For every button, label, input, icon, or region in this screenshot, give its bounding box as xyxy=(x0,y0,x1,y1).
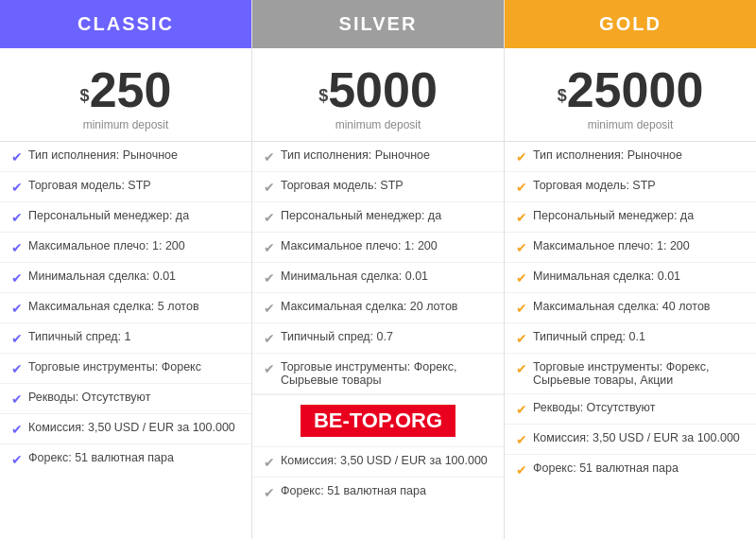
silver-price: $5000 minimum deposit xyxy=(252,48,504,142)
feature-text: Форекс: 51 валютная пара xyxy=(533,461,679,475)
feature-row: ✔Максимальное плечо: 1: 200 xyxy=(252,233,504,263)
check-icon: ✔ xyxy=(264,301,275,316)
feature-text: Форекс: 51 валютная пара xyxy=(281,484,426,497)
check-icon: ✔ xyxy=(11,452,23,467)
feature-row: ✔Тип исполнения: Рыночное xyxy=(252,142,504,172)
check-icon: ✔ xyxy=(264,270,275,286)
feature-row: ✔Рекводы: Отсутствуют xyxy=(0,384,251,414)
check-icon: ✔ xyxy=(516,432,527,447)
promo-banner: BE-TOP.ORG xyxy=(252,394,504,447)
check-icon: ✔ xyxy=(11,422,23,437)
gold-header: GOLD xyxy=(505,0,756,48)
check-icon: ✔ xyxy=(11,240,23,255)
check-icon: ✔ xyxy=(516,270,527,286)
feature-text: Максимальная сделка: 20 лотов xyxy=(281,300,457,313)
feature-text: Рекводы: Отсутствуют xyxy=(533,401,655,414)
check-icon: ✔ xyxy=(264,455,275,470)
feature-text: Максимальное плечо: 1: 200 xyxy=(28,239,185,252)
feature-text: Комиссия: 3,50 USD / EUR за 100.000 xyxy=(281,454,488,467)
feature-row: ✔Торговая модель: STP xyxy=(0,172,251,202)
feature-text: Персональный менеджер: да xyxy=(533,209,694,222)
classic-currency: $ xyxy=(80,86,90,105)
classic-amount: 250 xyxy=(90,62,172,117)
plan-silver: SILVER $5000 minimum deposit ✔Тип исполн… xyxy=(252,0,505,539)
check-icon: ✔ xyxy=(264,240,275,255)
feature-row: ✔Тип исполнения: Рыночное xyxy=(0,142,251,172)
feature-row: ✔Комиссия: 3,50 USD / EUR за 100.000 xyxy=(0,414,251,444)
feature-text: Минимальная сделка: 0.01 xyxy=(281,270,428,283)
check-icon: ✔ xyxy=(11,180,23,195)
promo-text: BE-TOP.ORG xyxy=(301,405,455,437)
feature-row: ✔Персональный менеджер: да xyxy=(252,202,504,233)
feature-row: ✔Типичный спред: 0.7 xyxy=(252,323,504,354)
plan-classic: CLASSIC $250 minimum deposit ✔Тип исполн… xyxy=(0,0,252,539)
feature-text: Минимальная сделка: 0.01 xyxy=(533,270,680,283)
check-icon: ✔ xyxy=(264,361,275,376)
feature-text: Персональный менеджер: да xyxy=(28,209,189,222)
gold-currency: $ xyxy=(558,86,567,105)
feature-row: ✔Торговые инструменты: Форекс xyxy=(0,354,251,384)
feature-row: ✔Торговые инструменты: Форекс, Сырьевые … xyxy=(505,354,756,394)
check-icon: ✔ xyxy=(264,149,275,165)
feature-row: ✔Комиссия: 3,50 USD / EUR за 100.000 xyxy=(505,425,756,455)
check-icon: ✔ xyxy=(516,149,527,165)
gold-price: $25000 minimum deposit xyxy=(505,48,756,142)
check-icon: ✔ xyxy=(516,301,527,316)
check-icon: ✔ xyxy=(516,361,527,376)
check-icon: ✔ xyxy=(516,180,527,195)
plan-gold: GOLD $25000 minimum deposit ✔Тип исполне… xyxy=(505,0,756,539)
feature-text: Торговая модель: STP xyxy=(533,179,656,192)
feature-row: ✔Минимальная сделка: 0.01 xyxy=(505,263,756,293)
feature-row: ✔Форекс: 51 валютная пара xyxy=(0,444,251,474)
pricing-table: CLASSIC $250 minimum deposit ✔Тип исполн… xyxy=(0,0,756,539)
feature-text: Форекс: 51 валютная пара xyxy=(28,451,174,464)
feature-row: ✔Минимальная сделка: 0.01 xyxy=(0,263,251,293)
feature-row: ✔Форекс: 51 валютная пара xyxy=(252,478,504,507)
feature-row: ✔Типичный спред: 1 xyxy=(0,323,251,354)
check-icon: ✔ xyxy=(516,462,527,478)
feature-text: Максимальная сделка: 5 лотов xyxy=(28,300,199,313)
silver-amount: 5000 xyxy=(328,62,438,117)
feature-row: ✔Максимальная сделка: 5 лотов xyxy=(0,293,251,323)
check-icon: ✔ xyxy=(516,331,527,346)
silver-min-deposit: minimum deposit xyxy=(262,118,494,131)
feature-row: ✔Форекс: 51 валютная пара xyxy=(505,455,756,484)
feature-text: Комиссия: 3,50 USD / EUR за 100.000 xyxy=(28,421,235,434)
feature-row: ✔Торговая модель: STP xyxy=(505,172,756,202)
feature-row: ✔Максимальная сделка: 20 лотов xyxy=(252,293,504,323)
feature-text: Комиссия: 3,50 USD / EUR за 100.000 xyxy=(533,431,740,444)
silver-features: ✔Тип исполнения: Рыночное✔Торговая модел… xyxy=(252,142,504,539)
classic-min-deposit: minimum deposit xyxy=(9,118,242,131)
feature-text: Максимальная сделка: 40 лотов xyxy=(533,300,710,313)
feature-row: ✔Торговые инструменты: Форекс, Сырьевые … xyxy=(252,354,504,394)
feature-text: Персональный менеджер: да xyxy=(281,209,441,222)
gold-features: ✔Тип исполнения: Рыночное✔Торговая модел… xyxy=(505,142,756,539)
feature-row: ✔Комиссия: 3,50 USD / EUR за 100.000 xyxy=(252,447,504,478)
check-icon: ✔ xyxy=(11,210,23,225)
classic-features: ✔Тип исполнения: Рыночное✔Торговая модел… xyxy=(0,142,251,539)
feature-row: ✔Тип исполнения: Рыночное xyxy=(505,142,756,172)
check-icon: ✔ xyxy=(264,331,275,346)
feature-row: ✔Персональный менеджер: да xyxy=(0,202,251,233)
feature-text: Максимальное плечо: 1: 200 xyxy=(281,239,438,252)
feature-row: ✔Максимальная сделка: 40 лотов xyxy=(505,293,756,323)
check-icon: ✔ xyxy=(11,331,23,346)
check-icon: ✔ xyxy=(11,361,23,376)
feature-text: Тип исполнения: Рыночное xyxy=(28,148,178,162)
feature-text: Максимальное плечо: 1: 200 xyxy=(533,239,690,252)
check-icon: ✔ xyxy=(11,301,23,316)
feature-text: Типичный спред: 0.7 xyxy=(281,330,393,343)
feature-text: Торговые инструменты: Форекс xyxy=(28,360,201,374)
feature-text: Минимальная сделка: 0.01 xyxy=(28,270,176,283)
silver-header: SILVER xyxy=(252,0,504,48)
feature-text: Рекводы: Отсутствуют xyxy=(28,391,150,404)
check-icon: ✔ xyxy=(264,180,275,195)
feature-row: ✔Максимальное плечо: 1: 200 xyxy=(0,233,251,263)
classic-header: CLASSIC xyxy=(0,0,251,48)
feature-text: Торговая модель: STP xyxy=(281,179,404,192)
gold-min-deposit: minimum deposit xyxy=(514,118,747,131)
feature-text: Тип исполнения: Рыночное xyxy=(281,148,430,162)
check-icon: ✔ xyxy=(264,485,275,500)
feature-row: ✔Рекводы: Отсутствуют xyxy=(505,394,756,425)
feature-row: ✔Персональный менеджер: да xyxy=(505,202,756,233)
